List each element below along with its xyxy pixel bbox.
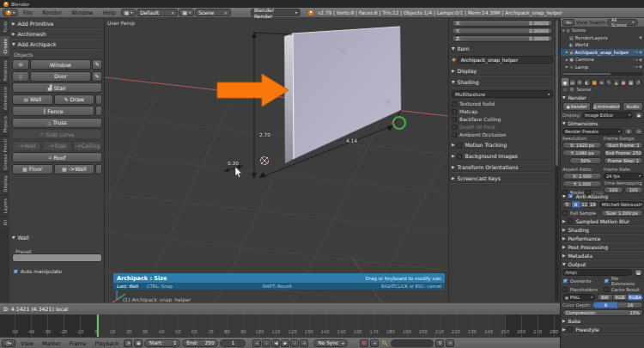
texture-tab-icon[interactable]: ▦ (628, 78, 635, 86)
panel-render[interactable]: ▼Render (562, 94, 643, 101)
outliner-hscrollbar[interactable] (562, 72, 643, 76)
outliner-menu-view[interactable]: View (576, 20, 587, 25)
tab-all[interactable]: All (0, 217, 9, 229)
start-frame-field[interactable]: Start Frame: 1 (604, 142, 643, 149)
panel-bake[interactable]: ▶Bake (562, 317, 643, 325)
panel-performance[interactable]: ▶Performance (562, 235, 643, 242)
fence-extra-button[interactable] (95, 106, 102, 116)
play-reverse-button[interactable]: ◀ (271, 339, 280, 347)
aa-samples-8[interactable]: 8 (572, 201, 580, 208)
panel-screencast-keys[interactable]: ▶Screencast Keys (452, 174, 553, 183)
next-keyframe-button[interactable]: › (290, 339, 299, 347)
end-frame-field[interactable]: End Frame: 250 (604, 150, 643, 156)
auto-manipulate-checkbox[interactable]: Auto manipulate (13, 267, 62, 275)
panel-freestyle[interactable]: ▶Freestyle (562, 326, 643, 333)
matcap-checkbox[interactable]: Matcap (452, 107, 553, 115)
aspect-x-field[interactable]: X: 1.000 (562, 173, 602, 180)
panel-background-images[interactable]: ▶Background Images (452, 152, 553, 161)
panel-wall[interactable]: ▼Wall (12, 234, 102, 242)
pin-icon[interactable]: ⊙ (563, 87, 568, 92)
panel-add-primitive[interactable]: ▶Add Primitive (12, 20, 102, 28)
outliner-row-archipack-snap-helper[interactable]: ▸◆Archipack_snap_helper◦▸◉ (561, 49, 644, 57)
screen-layout-browse-button[interactable]: ▦▾ (121, 9, 137, 16)
modifiers-tab-icon[interactable]: ✎ (605, 78, 612, 86)
jump-to-start-button[interactable]: « (252, 339, 261, 347)
scene-browse-button[interactable]: ▦▾ (179, 9, 194, 16)
keying-set-field[interactable] (391, 339, 434, 347)
preview-range-button[interactable]: ◔ (124, 339, 132, 347)
panel-display[interactable]: ▶Display (452, 67, 553, 76)
timeline-menu-frame[interactable]: Frame (66, 340, 90, 346)
physics-tab-icon[interactable]: ↺ (635, 78, 641, 86)
timeline-ruler[interactable]: -50-40-30-20-100102030405060708090100110… (0, 314, 560, 337)
render-presets-select[interactable]: Render Presets▾ (562, 128, 623, 135)
add-roof-button[interactable]: ⌂Roof (12, 152, 102, 162)
tab-tools[interactable]: Tools (0, 18, 9, 35)
timeline-menu-view[interactable]: View (17, 340, 37, 346)
location-z-slider[interactable]: Z:0.00000 (452, 35, 553, 42)
timeline-menu-marker[interactable]: Marker (39, 340, 64, 346)
n-panel-scrollbar[interactable] (555, 19, 559, 302)
outliner-menu-search[interactable]: Search (589, 20, 605, 25)
auto-keyframe-button[interactable] (360, 339, 368, 347)
tab-relations[interactable]: Relations (0, 57, 9, 83)
aa-samples-11[interactable]: 11 (580, 201, 589, 208)
wall-extra-button[interactable] (95, 95, 102, 105)
render-tab-icon[interactable]: ◉ (562, 78, 568, 86)
panel-item[interactable]: ▼Item (452, 45, 553, 53)
frame-step-field[interactable]: Frame Step: 1 (604, 157, 643, 164)
add-preset-button[interactable]: + (624, 128, 633, 135)
shading-mode-select[interactable]: Multitexture▾ (452, 90, 553, 98)
tab-animation[interactable]: Animation (0, 83, 9, 113)
jump-to-end-button[interactable]: » (300, 339, 308, 347)
panel-metadata[interactable]: ▶Metadata (562, 252, 643, 259)
menu-help[interactable]: Help (99, 9, 120, 16)
aspect-y-field[interactable]: Y: 1.000 (562, 180, 602, 187)
channels-bw-button[interactable]: BW (597, 294, 613, 301)
outliner-row-camera[interactable]: ▸▣Camera◦▸◉ (561, 56, 644, 64)
tab-layers[interactable]: Layers (0, 195, 9, 217)
outliner-scope-select[interactable]: All Scenes▾ (607, 19, 638, 26)
location-x-slider[interactable]: X:0.00000 (452, 20, 553, 27)
3d-viewport[interactable]: User Persp 2.70 4.14 0.30 1 1 Archipack … (105, 18, 448, 302)
add-stair-button[interactable]: ▟Stair (12, 82, 102, 93)
sync-mode-select[interactable]: No Sync▾ (313, 339, 348, 347)
world-tab-icon[interactable]: ◐ (584, 78, 591, 86)
file-format-select[interactable]: ▦PNG▾ (562, 294, 595, 301)
fps-select[interactable]: 24 fps▾ (604, 173, 643, 180)
draw-wall-button[interactable]: ✎Draw (54, 95, 95, 105)
overwrite-checkbox[interactable]: Overwrite (562, 277, 602, 284)
current-frame-field[interactable]: 1 (220, 339, 246, 347)
panel-shading[interactable]: ▼Shading (452, 78, 553, 87)
timeline-menu-playback[interactable]: Playback (91, 340, 122, 346)
prev-keyframe-button[interactable]: ‹ (262, 339, 270, 347)
add-door-button[interactable]: Door (30, 71, 91, 82)
render-button[interactable]: ◉Render (562, 102, 591, 111)
compression-slider[interactable]: Compression:15% (562, 309, 643, 316)
object-name-field[interactable]: Archipack_snap_helper (458, 56, 553, 64)
to-wall-button[interactable]: ->Wall (12, 141, 41, 151)
delete-keyframe-button[interactable]: × (446, 339, 454, 347)
ambient-occlusion-checkbox[interactable]: Ambient Occlusion (452, 131, 553, 138)
textured-solid-checkbox[interactable]: Textured Solid (452, 100, 553, 107)
object-tab-icon[interactable]: ■ (591, 78, 598, 86)
wall-side-face[interactable] (284, 34, 294, 163)
add-fence-button[interactable]: ‖Fence (12, 106, 94, 116)
to-ceiling-button[interactable]: ->Ceiling (73, 141, 102, 151)
tab-grease-pencil[interactable]: Grease Pencil (0, 136, 9, 173)
edit-door-button[interactable]: ✎ (92, 71, 102, 82)
location-y-slider[interactable]: Y:0.00000 (452, 27, 553, 34)
outliner-row-world[interactable]: ◐World (561, 41, 644, 49)
constraints-tab-icon[interactable]: ≡ (598, 78, 605, 86)
animation-button[interactable]: ▤Animation (592, 102, 621, 111)
remap-new-field[interactable]: 100 (624, 186, 644, 193)
editor-type-button[interactable]: ◔▾ (2, 339, 15, 347)
lock-range-button[interactable]: ▣ (134, 339, 143, 347)
editor-type-button[interactable]: ≡▾ (562, 19, 574, 26)
depth-of-field-checkbox[interactable]: Depth Of Field (452, 123, 553, 131)
add-wall-button[interactable]: ▤Wall (12, 95, 53, 105)
depth-8-button[interactable]: 8 (592, 302, 618, 308)
render-engine-select[interactable]: Blender Render▾ (251, 9, 301, 16)
outliner-row-lamp[interactable]: ▸☼Lamp◦▸◉ (561, 64, 644, 71)
panel-motion-tracking[interactable]: ▶Motion Tracking (452, 141, 553, 150)
